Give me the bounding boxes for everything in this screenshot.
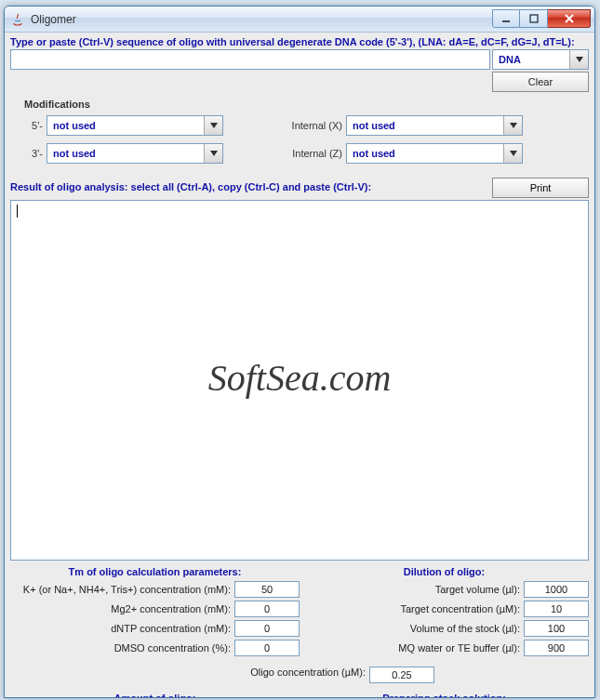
dilution-column: Dilution of oligo: Target volume (µl): T… xyxy=(300,566,589,659)
watermark-text: SoftSea.com xyxy=(208,356,392,400)
svg-rect-0 xyxy=(502,20,510,22)
java-app-icon xyxy=(10,12,25,27)
mod-5prime-label: 5'- xyxy=(22,120,47,131)
oligo-conc-label: Oligo concentration (µM): xyxy=(165,667,369,683)
mod-3prime-label: 3'- xyxy=(22,148,47,159)
k-conc-label: K+ (or Na+, NH4+, Tris+) concentration (… xyxy=(10,584,234,595)
amount-title: Amount of oligo: xyxy=(10,693,300,697)
target-conc-label: Target concentration (µM): xyxy=(300,603,524,614)
chevron-down-icon xyxy=(503,144,522,163)
mod-internal-x-value: not used xyxy=(353,120,395,131)
mq-buffer-label: MQ water or TE buffer (µl): xyxy=(300,642,524,654)
sequence-input[interactable] xyxy=(10,49,490,70)
mod-internal-x-select[interactable]: not used xyxy=(346,115,523,136)
titlebar[interactable]: Oligomer xyxy=(5,7,594,33)
result-textarea[interactable]: SoftSea.com xyxy=(10,200,589,561)
text-cursor xyxy=(17,205,18,218)
chevron-down-icon xyxy=(569,50,588,69)
molecule-type-value: DNA xyxy=(499,54,521,65)
maximize-button[interactable] xyxy=(520,9,548,28)
dntp-conc-input[interactable] xyxy=(234,620,300,637)
mod-3prime-select[interactable]: not used xyxy=(47,143,223,164)
dmso-conc-input[interactable] xyxy=(234,640,300,656)
stock-title: Preparing stock solution: xyxy=(300,693,589,697)
modifications-group: Modifications 5'- not used Internal (X) … xyxy=(10,96,589,172)
svg-rect-1 xyxy=(530,15,538,22)
mg-conc-label: Mg2+ concentration (mM): xyxy=(10,603,234,614)
chevron-down-icon xyxy=(204,144,222,163)
chevron-down-icon xyxy=(204,116,222,135)
result-instructions: Result of oligo analysis: select all (Ct… xyxy=(10,181,492,192)
app-window: Oligomer Type or paste (Ctrl-V) sequence… xyxy=(4,6,595,698)
close-button[interactable] xyxy=(548,9,591,28)
mod-3prime-value: not used xyxy=(53,148,96,159)
dilution-title: Dilution of oligo: xyxy=(300,566,589,577)
k-conc-input[interactable] xyxy=(234,581,300,598)
mod-internal-z-value: not used xyxy=(353,148,395,159)
sequence-instructions: Type or paste (Ctrl-V) sequence of oligo… xyxy=(10,36,589,47)
mg-conc-input[interactable] xyxy=(234,601,300,617)
molecule-type-select[interactable]: DNA xyxy=(492,49,589,70)
dmso-conc-label: DMSO concentration (%): xyxy=(10,642,234,654)
clear-button[interactable]: Clear xyxy=(492,72,589,92)
tm-params-title: Tm of oligo calculation parameters: xyxy=(10,566,300,577)
target-volume-input[interactable] xyxy=(524,581,589,598)
target-conc-input[interactable] xyxy=(524,601,589,617)
mod-internal-x-label: Internal (X) xyxy=(281,120,346,131)
window-controls xyxy=(492,10,591,28)
mq-buffer-input[interactable] xyxy=(524,640,589,656)
window-title: Oligomer xyxy=(31,13,76,26)
minimize-button[interactable] xyxy=(492,9,520,28)
chevron-down-icon xyxy=(503,116,522,135)
stock-volume-input[interactable] xyxy=(524,620,589,637)
content-pane: Type or paste (Ctrl-V) sequence of oligo… xyxy=(5,33,594,697)
mod-internal-z-select[interactable]: not used xyxy=(346,143,523,164)
mod-internal-z-label: Internal (Z) xyxy=(281,148,346,159)
modifications-title: Modifications xyxy=(24,99,584,110)
mod-5prime-select[interactable]: not used xyxy=(47,115,223,136)
oligo-conc-input[interactable] xyxy=(369,667,434,683)
stock-volume-label: Volume of the stock (µl): xyxy=(300,623,524,634)
mod-5prime-value: not used xyxy=(53,120,96,131)
print-button[interactable]: Print xyxy=(492,178,589,198)
dntp-conc-label: dNTP concentration (mM): xyxy=(10,623,234,634)
target-volume-label: Target volume (µl): xyxy=(300,584,524,595)
tm-params-column: Tm of oligo calculation parameters: K+ (… xyxy=(10,566,300,659)
